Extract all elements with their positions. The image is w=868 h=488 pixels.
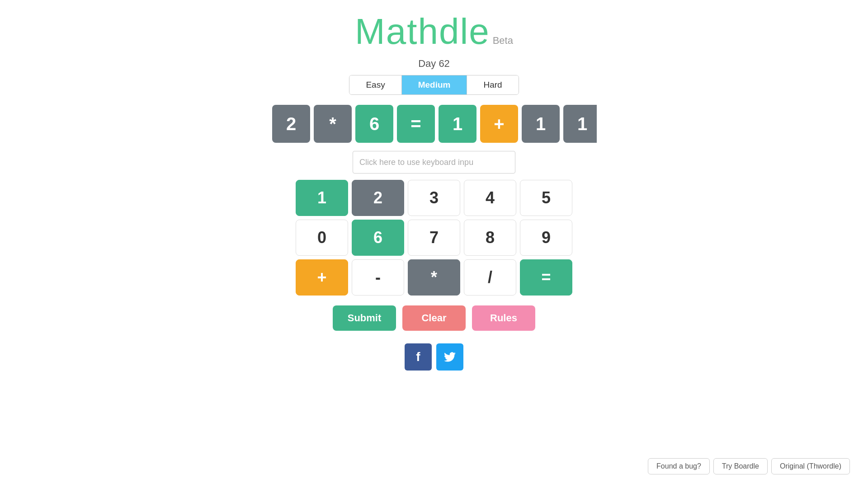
difficulty-medium[interactable]: Medium bbox=[402, 75, 467, 94]
tiles-row: 2*6=1+11 bbox=[271, 103, 597, 145]
key-8[interactable]: 8 bbox=[464, 220, 516, 256]
difficulty-selector: Easy Medium Hard bbox=[349, 75, 519, 95]
difficulty-hard[interactable]: Hard bbox=[467, 75, 518, 94]
keypad-row: +-*/= bbox=[296, 259, 572, 296]
puzzle-tile: + bbox=[480, 105, 518, 143]
original-thwordle-link[interactable]: Original (Thwordle) bbox=[771, 458, 850, 474]
beta-label: Beta bbox=[493, 35, 513, 47]
key-2[interactable]: 2 bbox=[352, 180, 404, 216]
puzzle-tile: * bbox=[314, 105, 352, 143]
key-=[interactable]: = bbox=[520, 259, 572, 296]
puzzle-tile: 1 bbox=[522, 105, 560, 143]
app-title: Mathdle bbox=[355, 14, 490, 50]
key-9[interactable]: 9 bbox=[520, 220, 572, 256]
keypad-row: 12345 bbox=[296, 180, 572, 216]
difficulty-easy[interactable]: Easy bbox=[349, 75, 401, 94]
twitter-button[interactable] bbox=[436, 343, 463, 371]
puzzle-tile: 6 bbox=[355, 105, 393, 143]
key-7[interactable]: 7 bbox=[408, 220, 460, 256]
footer-links: Found a bug? Try Boardle Original (Thwor… bbox=[648, 458, 850, 474]
rules-button[interactable]: Rules bbox=[472, 305, 535, 331]
key-5[interactable]: 5 bbox=[520, 180, 572, 216]
submit-button[interactable]: Submit bbox=[333, 305, 396, 331]
day-label: Day 62 bbox=[418, 58, 450, 70]
try-boardle-link[interactable]: Try Boardle bbox=[713, 458, 768, 474]
facebook-icon: f bbox=[416, 350, 420, 364]
key-3[interactable]: 3 bbox=[408, 180, 460, 216]
key-6[interactable]: 6 bbox=[352, 220, 404, 256]
key-+[interactable]: + bbox=[296, 259, 348, 296]
key-1[interactable]: 1 bbox=[296, 180, 348, 216]
keyboard-input-placeholder: Click here to use keyboard inpu bbox=[359, 158, 473, 167]
puzzle-area: 2*6=1+11 bbox=[271, 103, 597, 145]
twitter-icon bbox=[444, 352, 456, 362]
key--[interactable]: - bbox=[352, 259, 404, 296]
key-4[interactable]: 4 bbox=[464, 180, 516, 216]
key-0[interactable]: 0 bbox=[296, 220, 348, 256]
app-title-row: Mathdle Beta bbox=[355, 14, 513, 50]
action-row: Submit Clear Rules bbox=[333, 305, 535, 331]
clear-button[interactable]: Clear bbox=[402, 305, 466, 331]
puzzle-tile: = bbox=[397, 105, 435, 143]
key-/[interactable]: / bbox=[464, 259, 516, 296]
key-*[interactable]: * bbox=[408, 259, 460, 296]
keyboard-input-field[interactable]: Click here to use keyboard inpu bbox=[353, 151, 515, 174]
keypad: 1234506789+-*/= bbox=[296, 180, 572, 296]
bug-report-link[interactable]: Found a bug? bbox=[648, 458, 710, 474]
facebook-button[interactable]: f bbox=[405, 343, 432, 371]
keypad-row: 06789 bbox=[296, 220, 572, 256]
puzzle-tile: 1 bbox=[563, 105, 597, 143]
puzzle-tile: 2 bbox=[272, 105, 310, 143]
puzzle-tile: 1 bbox=[439, 105, 476, 143]
social-row: f bbox=[405, 343, 463, 371]
